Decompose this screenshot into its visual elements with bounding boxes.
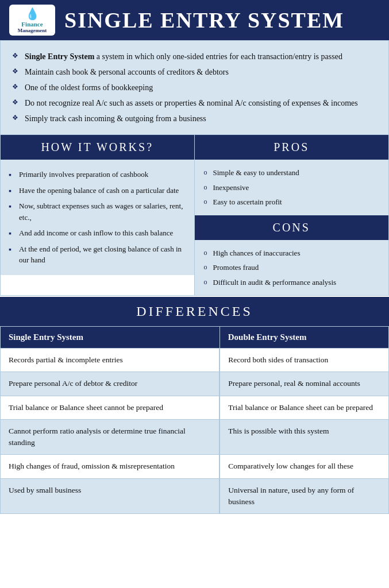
diff-col1-header: Single Entry System [1,327,220,349]
pros-body: Simple & easy to understand Inexpensive … [195,160,389,215]
differences-header: DIFFERENCES [0,297,389,326]
logo-box: 💧 Finance Management [9,5,55,36]
table-row: Cannot perform ratio analysis or determi… [1,419,389,455]
diff-row2-col1: Prepare personal A/c of debtor & credito… [1,372,220,396]
page: 💧 Finance Management SINGLE ENTRY SYSTEM… [0,0,389,514]
pros-cons-panel: PROS Simple & easy to understand Inexpen… [195,135,389,295]
table-row: Used by small business Universal in natu… [1,478,389,514]
differences-table: Single Entry System Double Entry System … [0,326,389,514]
mid-section: HOW IT WORKS? Primarily involves prepara… [0,135,389,296]
intro-section: Single Entry System a system in which on… [0,40,389,135]
page-title: SINGLE ENTRY SYSTEM [64,7,344,33]
table-row: High changes of fraud, omission & misrep… [1,455,389,478]
header: 💧 Finance Management SINGLE ENTRY SYSTEM [0,0,389,40]
diff-row2-col2: Prepare personal, real & nominal account… [219,372,388,396]
logo-icon: 💧 [14,7,51,21]
diff-row6-col1: Used by small business [1,478,220,514]
how-it-works-panel: HOW IT WORKS? Primarily involves prepara… [1,135,195,295]
diff-row5-col2: Comparatively low changes for all these [219,455,388,478]
intro-item-4: Do not recognize real A/c such as assets… [12,95,377,111]
diff-row3-col1: Trial balance or Balance sheet cannot be… [1,396,220,419]
diff-col2-header: Double Entry System [219,327,388,349]
how-item-4: And add income or cash inflow to this ca… [9,225,186,241]
intro-item-5: Simply track cash incoming & outgoing fr… [12,111,377,126]
how-item-3: Now, subtract expenses such as wages or … [9,198,186,225]
diff-table-body: Records partial & incomplete entries Rec… [1,349,389,514]
diff-row4-col1: Cannot perform ratio analysis or determi… [1,419,220,455]
how-item-2: Have the opening balance of cash on a pa… [9,183,186,199]
table-row: Prepare personal A/c of debtor & credito… [1,372,389,396]
diff-row3-col2: Trial balance or Balance sheet can be pr… [219,396,388,419]
how-it-works-header: HOW IT WORKS? [1,135,194,160]
table-row: Records partial & incomplete entries Rec… [1,349,389,372]
logo-finance-text: Finance [14,21,51,28]
diff-row1-col1: Records partial & incomplete entries [1,349,220,372]
how-item-5: At the end of period, we get closing bal… [9,241,186,268]
intro-bold-1: Single Entry System [25,52,94,61]
pros-list: Simple & easy to understand Inexpensive … [203,165,381,210]
how-item-1: Primarily involves preparation of cashbo… [9,167,186,183]
cons-item-1: High chances of inaccuracies [203,246,381,261]
cons-header: CONS [195,215,389,240]
diff-row6-col2: Universal in nature, used by any form of… [219,478,388,514]
pros-header: PROS [195,135,389,160]
how-it-works-body: Primarily involves preparation of cashbo… [1,160,194,275]
cons-item-2: Promotes fraud [203,260,381,275]
diff-row5-col1: High changes of fraud, omission & misrep… [1,455,220,478]
table-row: Trial balance or Balance sheet cannot be… [1,396,389,419]
cons-item-3: Difficult in audit & performance analysi… [203,275,381,290]
cons-list: High chances of inaccuracies Promotes fr… [203,246,381,290]
pros-item-2: Inexpensive [203,180,381,195]
intro-list: Single Entry System a system in which on… [12,49,377,126]
cons-body: High chances of inaccuracies Promotes fr… [195,240,389,296]
logo-management-text: Management [14,28,51,33]
pros-item-3: Easy to ascertain profit [203,195,381,210]
intro-item-2: Maintain cash book & personal accounts o… [12,64,377,80]
intro-item-3: One of the oldest forms of bookkeeping [12,80,377,95]
diff-row4-col2: This is possible with this system [219,419,388,455]
intro-item-1: Single Entry System a system in which on… [12,49,377,64]
how-it-works-list: Primarily involves preparation of cashbo… [9,167,186,268]
diff-row1-col2: Record both sides of transaction [219,349,388,372]
pros-item-1: Simple & easy to understand [203,165,381,180]
